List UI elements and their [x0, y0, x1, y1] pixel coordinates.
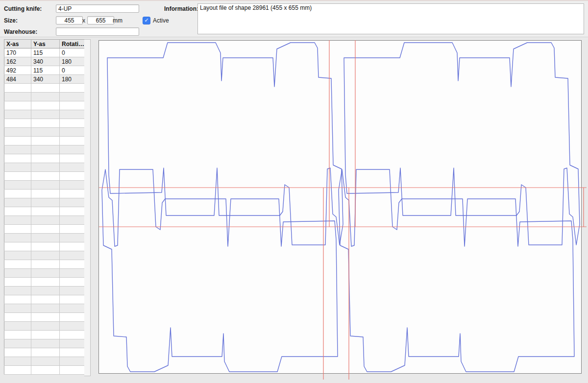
table-cell[interactable] [60, 278, 85, 287]
table-cell[interactable] [60, 287, 85, 295]
column-header-rotation[interactable]: Rotati… [60, 40, 85, 48]
table-cell[interactable] [4, 198, 31, 207]
table-cell[interactable] [60, 93, 85, 101]
table-cell[interactable] [60, 260, 85, 269]
table-cell[interactable] [60, 190, 85, 198]
table-cell[interactable] [31, 84, 60, 93]
table-cell[interactable] [31, 313, 60, 322]
table-cell[interactable] [31, 348, 60, 357]
table-cell[interactable] [31, 322, 60, 331]
table-cell[interactable] [60, 251, 85, 260]
table-cell[interactable] [31, 304, 60, 313]
table-cell[interactable]: 484 [4, 75, 31, 84]
warehouse-input[interactable] [56, 27, 139, 36]
table-cell[interactable]: 180 [60, 75, 85, 84]
table-cell[interactable] [60, 295, 85, 304]
table-cell[interactable] [60, 313, 85, 322]
table-cell[interactable] [31, 137, 60, 145]
table-cell[interactable]: 340 [31, 75, 60, 84]
table-cell[interactable] [31, 357, 60, 366]
table-cell[interactable] [4, 163, 31, 172]
table-cell[interactable] [4, 181, 31, 190]
table-cell[interactable] [31, 366, 60, 375]
table-cell[interactable] [31, 154, 60, 163]
active-checkbox[interactable]: ✓ [143, 17, 150, 24]
table-cell[interactable] [4, 304, 31, 313]
table-cell[interactable] [4, 287, 31, 295]
table-cell[interactable] [4, 269, 31, 278]
table-cell[interactable] [31, 234, 60, 242]
table-cell[interactable] [60, 101, 85, 110]
table-cell[interactable] [60, 331, 85, 339]
table-cell[interactable] [4, 251, 31, 260]
table-cell[interactable] [4, 145, 31, 154]
table-cell[interactable] [4, 101, 31, 110]
table-cell[interactable] [4, 357, 31, 366]
table-cell[interactable] [31, 198, 60, 207]
table-cell[interactable]: 340 [31, 57, 60, 66]
table-cell[interactable] [4, 137, 31, 145]
table-cell[interactable] [60, 181, 85, 190]
table-cell[interactable] [60, 304, 85, 313]
table-cell[interactable] [60, 225, 85, 234]
table-cell[interactable] [60, 269, 85, 278]
table-cell[interactable] [31, 331, 60, 339]
table-cell[interactable] [60, 110, 85, 119]
table-cell[interactable] [60, 154, 85, 163]
table-cell[interactable] [60, 172, 85, 181]
table-cell[interactable] [31, 269, 60, 278]
column-header-x[interactable]: X-as [4, 40, 31, 48]
table-cell[interactable]: 115 [31, 66, 60, 75]
table-cell[interactable] [31, 163, 60, 172]
table-cell[interactable] [4, 331, 31, 339]
table-cell[interactable] [4, 128, 31, 137]
table-cell[interactable] [4, 313, 31, 322]
table-cell[interactable] [4, 348, 31, 357]
table-cell[interactable] [4, 260, 31, 269]
table-cell[interactable] [60, 234, 85, 242]
table-cell[interactable] [4, 216, 31, 225]
table-cell[interactable] [60, 322, 85, 331]
table-cell[interactable] [60, 366, 85, 375]
table-cell[interactable] [31, 172, 60, 181]
table-cell[interactable] [60, 242, 85, 251]
table-cell[interactable] [31, 181, 60, 190]
table-cell[interactable] [31, 295, 60, 304]
table-cell[interactable] [31, 251, 60, 260]
table-cell[interactable]: 162 [4, 57, 31, 66]
table-cell[interactable] [60, 119, 85, 128]
table-cell[interactable] [60, 198, 85, 207]
table-cell[interactable] [60, 216, 85, 225]
table-scrollbar[interactable] [84, 39, 91, 376]
table-cell[interactable] [4, 234, 31, 242]
table-cell[interactable] [4, 322, 31, 331]
table-cell[interactable] [31, 128, 60, 137]
table-cell[interactable] [4, 207, 31, 216]
table-cell[interactable] [31, 101, 60, 110]
table-cell[interactable] [60, 84, 85, 93]
table-cell[interactable] [60, 163, 85, 172]
table-cell[interactable] [4, 278, 31, 287]
table-cell[interactable] [31, 145, 60, 154]
table-cell[interactable] [31, 216, 60, 225]
size-width-input[interactable] [56, 16, 83, 24]
table-cell[interactable] [60, 145, 85, 154]
table-cell[interactable] [31, 93, 60, 101]
table-cell[interactable] [4, 154, 31, 163]
table-cell[interactable] [31, 278, 60, 287]
information-textarea[interactable]: Layout file of shape 28961 (455 x 655 mm… [197, 3, 584, 34]
table-cell[interactable] [4, 242, 31, 251]
column-header-y[interactable]: Y-as [31, 40, 60, 48]
table-cell[interactable]: 0 [60, 48, 85, 57]
table-cell[interactable] [60, 348, 85, 357]
table-cell[interactable] [4, 225, 31, 234]
table-cell[interactable] [31, 190, 60, 198]
table-cell[interactable]: 115 [31, 48, 60, 57]
table-cell[interactable]: 0 [60, 66, 85, 75]
table-cell[interactable] [31, 287, 60, 295]
table-cell[interactable] [4, 190, 31, 198]
table-cell[interactable]: 170 [4, 48, 31, 57]
table-cell[interactable] [60, 128, 85, 137]
table-cell[interactable] [4, 84, 31, 93]
table-cell[interactable] [60, 137, 85, 145]
